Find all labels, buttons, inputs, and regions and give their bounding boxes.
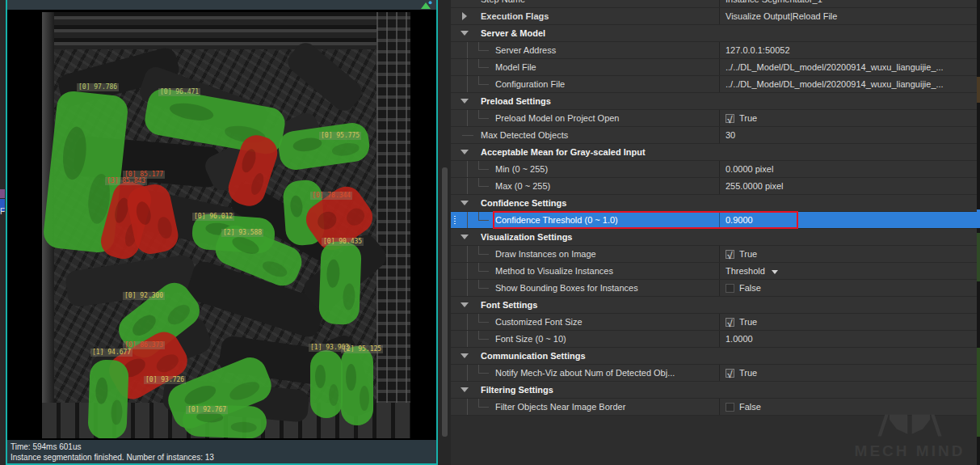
tree-guide	[467, 365, 468, 381]
row-expander-icon[interactable]	[462, 12, 467, 20]
tree-guide	[478, 331, 489, 340]
tree-guide	[478, 263, 489, 272]
property-label: Max Detected Objects	[481, 127, 568, 143]
section-expander-icon[interactable]	[461, 201, 469, 205]
tree-guide	[467, 314, 468, 330]
property-value[interactable]: True	[719, 246, 977, 262]
property-max-detected-objects[interactable]: Max Detected Objects30	[451, 127, 977, 144]
property-value[interactable]: ../../DL_Model/DL_model/20200914_wuxu_li…	[719, 76, 977, 92]
tree-guide	[478, 42, 489, 51]
mechmind-watermark-text: MECH MIND	[846, 442, 974, 460]
property-label: Max (0 ~ 255)	[495, 178, 550, 194]
property-value-text: True	[739, 317, 757, 327]
section-font-settings[interactable]: Font Settings	[451, 297, 977, 314]
property-label: Show Bounding Boxes for Instances	[495, 280, 638, 296]
property-max-0-255[interactable]: Max (0 ~ 255)255.0000 pixel	[451, 178, 977, 195]
section-expander-icon[interactable]	[461, 235, 469, 239]
property-label: Method to Visualize Instances	[495, 263, 613, 279]
property-value[interactable]: True	[719, 110, 977, 126]
instance-score-label: [0] 95.775	[319, 132, 361, 140]
section-acceptable-mean-for-gray-scaled-input[interactable]: Acceptable Mean for Gray-scaled Input	[451, 144, 977, 161]
property-draw-instances-on-image[interactable]: Draw Instances on ImageTrue	[451, 246, 977, 263]
checkbox-checked[interactable]	[726, 114, 734, 123]
checkbox-unchecked[interactable]	[726, 403, 734, 412]
property-model-file[interactable]: Model File../../DL_Model/DL_model/202009…	[451, 59, 977, 76]
property-font-size-0-10[interactable]: Font Size (0 ~ 10)1.0000	[451, 331, 977, 348]
property-server-address[interactable]: Server Address127.0.0.1:50052	[451, 42, 977, 59]
tree-guide	[467, 178, 468, 194]
dropdown-caret-icon[interactable]	[772, 270, 778, 274]
property-value[interactable]: Visualize Output|Reload File	[719, 8, 977, 24]
section-expander-icon[interactable]	[461, 302, 469, 307]
background-image-sliver	[977, 0, 980, 465]
property-confidence-threshold-0-1-0[interactable]: Confidence Threshold (0 ~ 1.0)0.9000	[451, 212, 977, 229]
instance-score-label: [0] 97.786	[77, 83, 119, 91]
property-value-text: ../../DL_Model/DL_model/20200914_wuxu_li…	[726, 62, 944, 72]
section-expander-icon[interactable]	[461, 150, 469, 154]
section-expander-icon[interactable]	[461, 387, 469, 392]
property-step-name[interactable]: Step NameInstance Segmentator_1	[451, 0, 977, 8]
instance-score-label: [0] 96.471	[158, 88, 200, 96]
sliver-fragment	[977, 209, 980, 228]
section-expander-icon[interactable]	[461, 353, 469, 358]
tree-guide	[467, 263, 468, 279]
checkbox-checked[interactable]	[726, 250, 734, 259]
tree-guide	[478, 59, 489, 68]
tree-guide	[478, 280, 489, 289]
vertical-scrollbar-thumb[interactable]	[442, 167, 448, 437]
property-value[interactable]: True	[719, 314, 977, 330]
property-value[interactable]: Threshold	[719, 263, 977, 279]
property-preload-model-on-project-open[interactable]: Preload Model on Project OpenTrue	[451, 110, 977, 127]
section-server-model[interactable]: Server & Model	[451, 25, 977, 42]
section-preload-settings[interactable]: Preload Settings	[451, 93, 977, 110]
tree-guide	[467, 42, 468, 58]
instance-mask-13	[87, 359, 128, 438]
tree-guide	[478, 178, 489, 187]
property-method-to-visualize-instances[interactable]: Method to Visualize InstancesThreshold	[451, 263, 977, 280]
property-customized-font-size[interactable]: Customized Font SizeTrue	[451, 314, 977, 331]
property-value[interactable]: False	[719, 280, 977, 296]
property-min-0-255[interactable]: Min (0 ~ 255)0.0000 pixel	[451, 161, 977, 178]
tree-guide	[467, 110, 468, 126]
bin-wall-right	[376, 12, 410, 438]
property-label: Step Name	[481, 0, 525, 7]
section-visualization-settings[interactable]: Visualization Settings	[451, 229, 977, 246]
checkbox-checked[interactable]	[726, 369, 734, 378]
property-value[interactable]: Instance Segmentator_1	[719, 0, 977, 7]
section-communication-settings[interactable]: Communication Settings	[451, 348, 977, 365]
property-value[interactable]: 1.0000	[719, 331, 977, 347]
property-value[interactable]: 0.0000 pixel	[719, 161, 977, 177]
property-show-bounding-boxes-for-instances[interactable]: Show Bounding Boxes for InstancesFalse	[451, 280, 977, 297]
section-label: Confidence Settings	[481, 195, 566, 211]
section-expander-icon[interactable]	[461, 31, 469, 36]
status-result: Instance segmentation finished. Number o…	[11, 452, 433, 463]
segmentation-image-viewport[interactable]: [0] 97.786[0] 96.471[0] 95.775[0] 85.177…	[7, 10, 436, 440]
status-bar: Time: 594ms 601us Instance segmentation …	[7, 440, 436, 463]
property-notify-mech-viz-about-num-of-detected-obj[interactable]: Notify Mech-Viz about Num of Detected Ob…	[451, 365, 977, 382]
property-value[interactable]: ../../DL_Model/DL_model/20200914_wuxu_li…	[719, 59, 977, 75]
property-value[interactable]: 30	[719, 127, 977, 143]
property-value[interactable]: 127.0.0.1:50052	[719, 42, 977, 58]
window-edge-fragment	[0, 189, 5, 198]
section-filtering-settings[interactable]: Filtering Settings	[451, 382, 977, 399]
property-value[interactable]: 255.0000 pixel	[719, 178, 977, 194]
image-view-icon[interactable]	[420, 1, 432, 10]
property-value[interactable]: True	[719, 365, 977, 381]
mechmind-watermark: MECH MIND	[846, 410, 974, 460]
mechmind-logo-icon	[858, 410, 961, 439]
instance-score-label: [2] 95.125	[341, 345, 383, 353]
checkbox-unchecked[interactable]	[726, 284, 734, 293]
property-execution-flags[interactable]: Execution FlagsVisualize Output|Reload F…	[451, 8, 977, 25]
photo: [0] 97.786[0] 96.471[0] 95.775[0] 85.177…	[42, 12, 410, 438]
sliver-fragment	[977, 77, 980, 103]
section-expander-icon[interactable]	[461, 99, 469, 104]
property-value[interactable]: 0.9000	[719, 212, 977, 228]
property-value-text: True	[739, 368, 757, 378]
section-confidence-settings[interactable]: Confidence Settings	[451, 195, 977, 212]
property-value-text: True	[739, 113, 757, 123]
property-label: Notify Mech-Viz about Num of Detected Ob…	[495, 365, 675, 381]
property-configuration-file[interactable]: Configuration File../../DL_Model/DL_mode…	[451, 76, 977, 93]
section-label: Communication Settings	[481, 348, 586, 364]
checkbox-checked[interactable]	[726, 318, 734, 327]
tree-guide	[478, 161, 489, 170]
